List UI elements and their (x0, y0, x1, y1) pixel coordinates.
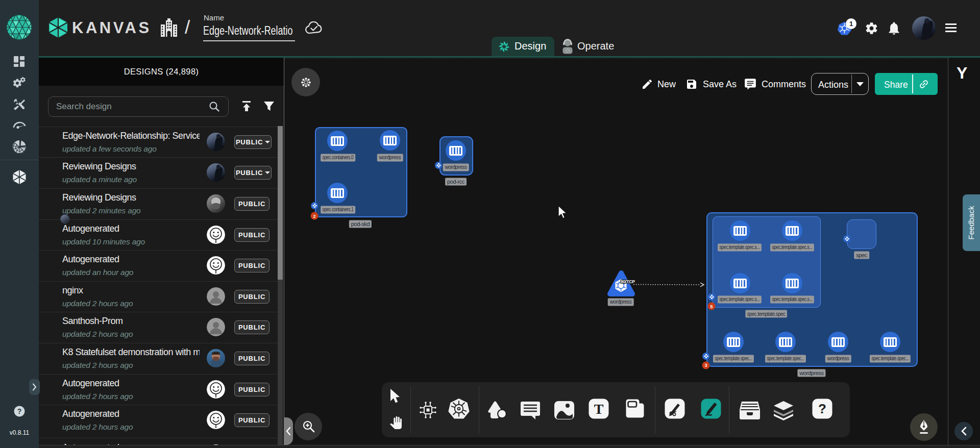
svg-text:?: ? (17, 407, 22, 415)
